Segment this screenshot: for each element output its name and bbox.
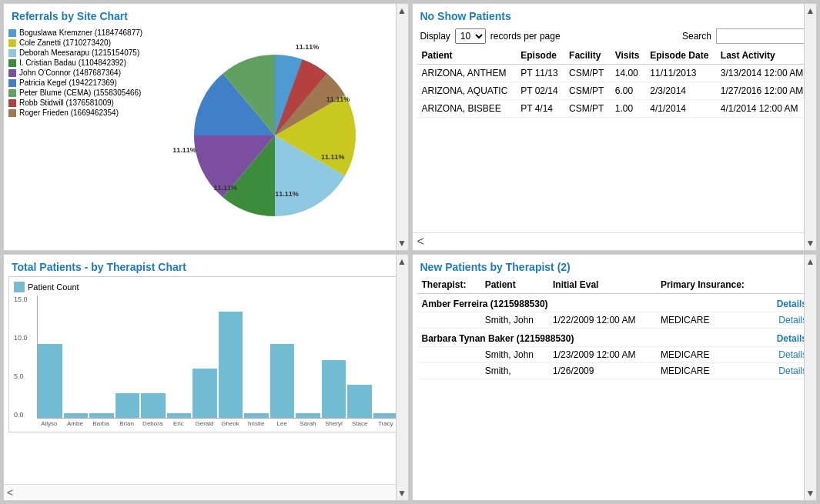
bar xyxy=(322,360,346,417)
bottom-scrollbar[interactable]: < > xyxy=(4,484,408,500)
x-label: Tracy xyxy=(373,420,398,427)
legend-item: Peter Blume (CEMA) (1558305466) xyxy=(8,88,147,97)
scroll-down-btn[interactable]: ▼ xyxy=(806,238,815,249)
search-label: Search xyxy=(682,31,711,42)
cell-insurance: MEDICARE xyxy=(656,312,765,328)
chart-scroll[interactable]: Patient Count 15.0 10.0 5.0 0.0 xyxy=(4,276,408,485)
scroll-left-arrow[interactable]: < xyxy=(417,235,424,249)
search-input[interactable] xyxy=(716,28,808,44)
legend-label: Cole Zanetti (1710273420) xyxy=(19,38,111,47)
new-patients-scrollbar[interactable]: ▲ ▼ xyxy=(804,255,816,501)
no-show-controls: Display 10 25 50 records per page Search xyxy=(413,25,817,47)
legend-color xyxy=(8,59,16,67)
pie-label-5: 11.11% xyxy=(213,184,237,192)
referrals-legend: Boguslawa Kremzner (1184746877)Cole Zane… xyxy=(8,25,147,245)
x-label: Gheok xyxy=(218,420,243,427)
y-label-10: 10.0 xyxy=(14,334,28,342)
bar xyxy=(38,344,62,417)
patient-row: Smith, 1/26/2009 MEDICARE Details xyxy=(417,362,812,379)
legend-item: Robb Stidwill (1376581009) xyxy=(8,98,147,107)
chart-legend-box: Patient Count xyxy=(14,282,398,292)
x-label: Debora xyxy=(140,420,165,427)
bar xyxy=(167,413,192,417)
cell-episode-date: 4/1/2014 xyxy=(645,100,716,118)
cell-episode: PT 02/14 xyxy=(516,82,564,100)
total-patients-scrollbar[interactable]: ▲ ▼ xyxy=(396,255,408,501)
bar-chart-wrapper: Patient Count 15.0 10.0 5.0 0.0 xyxy=(8,276,403,432)
legend-label: Roger Frieden (1669462354) xyxy=(19,108,119,117)
bar xyxy=(270,344,295,417)
col-episode: Episode xyxy=(516,47,564,65)
legend-color-box xyxy=(14,282,25,292)
legend-label: Robb Stidwill (1376581009) xyxy=(19,98,114,107)
x-label: hristie xyxy=(244,420,269,427)
scroll-down-btn[interactable]: ▼ xyxy=(397,238,407,249)
col-visits: Visits xyxy=(611,47,646,65)
bar xyxy=(64,413,89,417)
scroll-down-btn[interactable]: ▼ xyxy=(397,488,407,499)
x-label: Gerald xyxy=(192,420,217,427)
referrals-panel: Referrals by Site Chart Boguslawa Kremzn… xyxy=(3,3,409,251)
bar xyxy=(89,413,114,417)
cell-therapist-empty xyxy=(417,312,480,328)
scroll-up-btn[interactable]: ▲ xyxy=(397,256,407,267)
scroll-up-btn[interactable]: ▲ xyxy=(397,5,407,16)
legend-label: Boguslawa Kremzner (1184746877) xyxy=(19,28,142,37)
cell-patient: ARIZONA, ANTHEM xyxy=(417,65,517,82)
scroll-up-btn[interactable]: ▲ xyxy=(806,256,815,267)
new-patients-table: Therapist: Patient Initial Eval Primary … xyxy=(417,276,812,379)
scroll-up-btn[interactable]: ▲ xyxy=(806,5,815,16)
bar xyxy=(347,385,372,417)
x-labels: AllysoAmbeBarbaBrianDeboraEricGeraldGheo… xyxy=(37,420,398,427)
y-label-5: 5.0 xyxy=(14,372,28,380)
scroll-left-arrow[interactable]: < xyxy=(7,486,13,499)
no-show-scrollbar[interactable]: ▲ ▼ xyxy=(804,4,816,250)
display-select[interactable]: 10 25 50 xyxy=(455,28,486,44)
new-patients-scroll[interactable]: Therapist: Patient Initial Eval Primary … xyxy=(413,276,817,501)
legend-color xyxy=(8,99,16,107)
cell-therapist-empty xyxy=(417,362,480,379)
total-patients-title: Total Patients - by Therapist Chart xyxy=(4,255,408,276)
x-label: Sheryl xyxy=(322,420,346,427)
x-label: Stace xyxy=(347,420,372,427)
cell-visits: 6.00 xyxy=(611,82,646,100)
no-show-scroll-indicator[interactable]: < > xyxy=(413,232,817,250)
scroll-down-btn[interactable]: ▼ xyxy=(806,488,815,499)
legend-label: John O'Connor (1487687364) xyxy=(19,68,121,77)
details-cell xyxy=(656,328,765,346)
legend-color xyxy=(8,69,16,77)
cell-last-activity: 4/1/2014 12:00 AM xyxy=(716,100,812,118)
total-patients-panel: Total Patients - by Therapist Chart Pati… xyxy=(3,254,409,502)
legend-label: Deborah Meesarapu (1215154075) xyxy=(19,48,139,57)
col-therapist: Therapist: xyxy=(417,276,480,294)
cell-facility: CSM/PT xyxy=(564,100,611,118)
cell-facility: CSM/PT xyxy=(564,65,611,82)
bar xyxy=(244,413,269,417)
col-patient: Patient xyxy=(480,276,548,294)
new-patients-panel: New Patients by Therapist (2) Therapist:… xyxy=(412,254,818,502)
new-patients-title: New Patients by Therapist (2) xyxy=(413,255,817,276)
legend-item: Deborah Meesarapu (1215154075) xyxy=(8,48,147,57)
pie-label-6: 11.11% xyxy=(172,146,196,154)
no-show-table-scroll[interactable]: Patient Episode Facility Visits Episode … xyxy=(413,47,817,232)
bar xyxy=(192,369,217,418)
display-label: Display xyxy=(420,31,450,42)
pie-label-1: 11.11% xyxy=(296,43,320,51)
legend-item: John O'Connor (1487687364) xyxy=(8,68,147,77)
legend-color xyxy=(8,39,16,47)
referrals-scrollbar[interactable]: ▲ ▼ xyxy=(396,4,408,250)
cell-facility: CSM/PT xyxy=(564,82,611,100)
legend-item: Roger Frieden (1669462354) xyxy=(8,108,147,117)
bar xyxy=(219,312,243,418)
cell-initial-eval: 1/26/2009 xyxy=(548,362,656,379)
pie-label-4: 11.11% xyxy=(275,190,299,198)
cell-initial-eval: 1/23/2009 12:00 AM xyxy=(548,346,656,362)
legend-color xyxy=(8,49,16,57)
legend-item: Boguslawa Kremzner (1184746877) xyxy=(8,28,147,37)
cell-episode: PT 11/13 xyxy=(516,65,564,82)
y-label-15: 15.0 xyxy=(14,295,28,303)
cell-episode-date: 11/11/2013 xyxy=(645,65,716,82)
col-last-activity: Last Activity xyxy=(716,47,812,65)
legend-color xyxy=(8,109,16,117)
therapist-row: Amber Ferreira (1215988530) Details xyxy=(417,293,812,312)
